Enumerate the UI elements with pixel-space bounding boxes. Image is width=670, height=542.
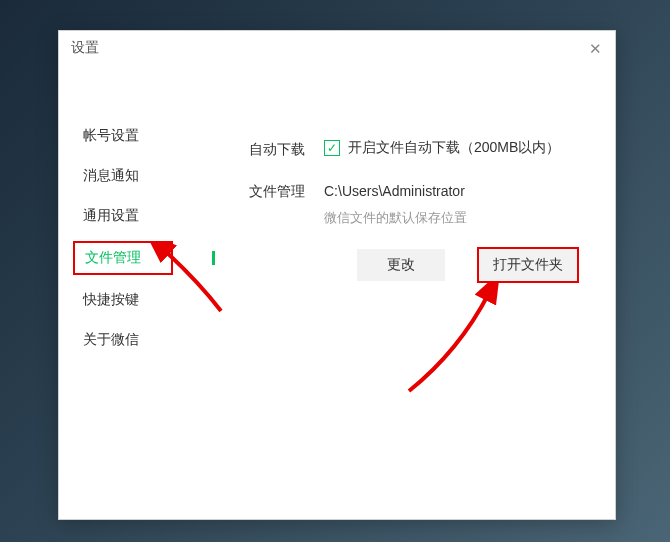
row-autodownload: 自动下载 ✓ 开启文件自动下载（200MB以内） [249, 139, 595, 159]
window-title: 设置 [71, 39, 99, 57]
sidebar-item-label: 通用设置 [83, 207, 139, 223]
open-folder-button[interactable]: 打开文件夹 [479, 249, 577, 281]
sidebar-item-label: 关于微信 [83, 331, 139, 347]
autodownload-text: 开启文件自动下载（200MB以内） [348, 139, 560, 157]
open-folder-button-label: 打开文件夹 [493, 256, 563, 274]
file-path-input[interactable] [324, 181, 584, 201]
sidebar-item-file-management[interactable]: 文件管理 [73, 241, 173, 275]
sidebar-item-label: 帐号设置 [83, 127, 139, 143]
change-button-label: 更改 [387, 256, 415, 274]
change-button[interactable]: 更改 [357, 249, 445, 281]
check-icon: ✓ [327, 141, 337, 155]
sidebar-item-label: 消息通知 [83, 167, 139, 183]
sidebar-item-about[interactable]: 关于微信 [73, 325, 173, 355]
settings-window: 设置 ✕ 帐号设置 消息通知 通用设置 文件管理 快捷按键 关于微信 自动下载 [58, 30, 616, 520]
autodownload-label: 自动下载 [249, 139, 324, 159]
active-indicator [212, 251, 215, 265]
filemanage-col: 微信文件的默认保存位置 [324, 181, 584, 227]
sidebar-item-account[interactable]: 帐号设置 [73, 121, 173, 151]
row-filemanage: 文件管理 微信文件的默认保存位置 [249, 181, 595, 227]
button-row: 更改 打开文件夹 [357, 249, 595, 281]
autodownload-checkbox[interactable]: ✓ [324, 140, 340, 156]
sidebar-item-label: 文件管理 [85, 249, 141, 265]
sidebar-item-shortcuts[interactable]: 快捷按键 [73, 285, 173, 315]
sidebar-item-notifications[interactable]: 消息通知 [73, 161, 173, 191]
file-path-hint: 微信文件的默认保存位置 [324, 209, 584, 227]
sidebar: 帐号设置 消息通知 通用设置 文件管理 快捷按键 关于微信 [73, 121, 173, 365]
titlebar: 设置 ✕ [59, 31, 615, 65]
content-area: 自动下载 ✓ 开启文件自动下载（200MB以内） 文件管理 微信文件的默认保存位… [249, 139, 595, 281]
sidebar-item-general[interactable]: 通用设置 [73, 201, 173, 231]
sidebar-item-label: 快捷按键 [83, 291, 139, 307]
close-icon: ✕ [589, 40, 602, 58]
annotation-arrow-button [389, 281, 509, 401]
filemanage-label: 文件管理 [249, 181, 324, 201]
close-button[interactable]: ✕ [585, 39, 605, 59]
autodownload-checkbox-wrap[interactable]: ✓ 开启文件自动下载（200MB以内） [324, 139, 560, 157]
